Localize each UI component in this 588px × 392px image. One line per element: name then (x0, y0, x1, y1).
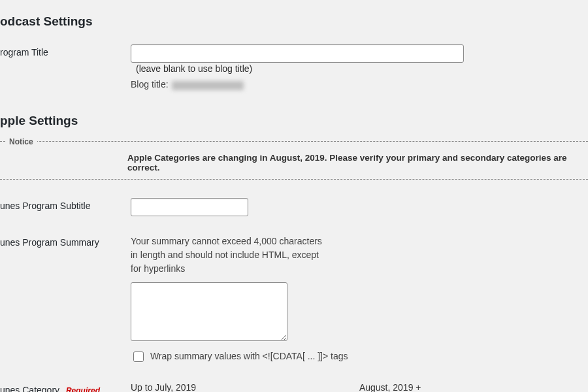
itunes-category-label: unes Category (0, 385, 59, 392)
program-title-label: rogram Title (0, 35, 131, 99)
category-new-label: August, 2019 + (359, 382, 510, 392)
itunes-subtitle-label: unes Program Subtitle (0, 189, 131, 225)
itunes-summary-label: unes Program Summary (0, 225, 131, 373)
required-badge: Required (66, 386, 100, 392)
cdata-checkbox-label[interactable]: Wrap summary values with <![CDATA[ ... ]… (150, 350, 348, 361)
category-old-label: Up to July, 2019 (131, 382, 307, 392)
cdata-checkbox[interactable] (133, 351, 144, 362)
apple-notice: Notice Apple Categories are changing in … (0, 137, 588, 180)
apple-notice-body: Apple Categories are changing in August,… (0, 146, 588, 179)
blog-title-redacted (172, 81, 244, 90)
apple-notice-legend: Notice (5, 137, 37, 146)
program-title-input[interactable] (131, 44, 464, 63)
blog-title-prefix: Blog title: (131, 79, 169, 90)
itunes-summary-desc: Your summary cannot exceed 4,000 charact… (131, 235, 327, 276)
itunes-summary-textarea[interactable] (131, 282, 287, 341)
podcast-settings-heading: odcast Settings (0, 14, 588, 29)
apple-settings-heading: pple Settings (0, 114, 588, 128)
itunes-subtitle-input[interactable] (131, 198, 248, 216)
program-title-hint: (leave blank to use blog title) (136, 63, 252, 74)
